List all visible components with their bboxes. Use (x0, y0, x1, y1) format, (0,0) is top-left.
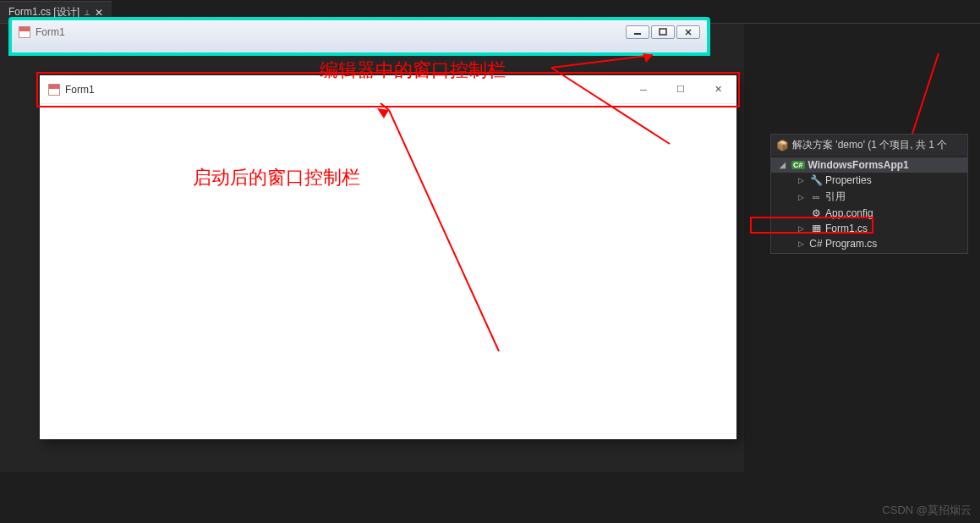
svg-rect-0 (634, 33, 641, 35)
designer-form-titlebar: Form1 (8, 17, 710, 56)
solution-explorer-header[interactable]: 📦 解决方案 'demo' (1 个项目, 共 1 个 (771, 135, 967, 156)
solution-tree: ◢ C# WindowsFormsApp1 ▷ 🔧 Properties ▷ ▫… (771, 156, 967, 253)
close-button[interactable] (676, 25, 700, 39)
annotation-box-form1cs (750, 217, 873, 234)
minimize-button[interactable] (626, 25, 649, 39)
item-label: 引用 (825, 190, 846, 204)
item-label: Properties (825, 174, 872, 186)
tree-item-properties[interactable]: ▷ 🔧 Properties (771, 173, 967, 188)
wrench-icon: 🔧 (810, 174, 822, 186)
solution-icon: 📦 (776, 140, 789, 151)
pin-icon[interactable]: ⟂ (85, 8, 90, 17)
tree-item-references[interactable]: ▷ ▫▫ 引用 (771, 188, 967, 206)
annotation-editor-controls: 编辑器中的窗口控制栏 (320, 58, 506, 83)
watermark-text: CSDN @莫招烟云 (882, 503, 972, 518)
designer-window-controls (626, 25, 700, 39)
maximize-button[interactable] (651, 25, 675, 39)
project-label: WindowsFormsApp1 (808, 159, 909, 171)
running-form-window: Form1 ─ ☐ ✕ (40, 75, 736, 439)
expander-icon[interactable]: ▷ (798, 239, 807, 248)
tree-project-node[interactable]: ◢ C# WindowsFormsApp1 (771, 157, 967, 173)
tree-item-programcs[interactable]: ▷ C# Program.cs (771, 236, 967, 251)
solution-title: 解决方案 'demo' (1 个项目, 共 1 个 (792, 138, 947, 152)
cs-file-icon: C# (810, 238, 822, 250)
item-label: Program.cs (825, 238, 877, 250)
expander-icon[interactable]: ◢ (780, 161, 788, 169)
expander-icon[interactable]: ▷ (798, 193, 807, 201)
svg-rect-1 (660, 29, 666, 35)
designer-form-title: Form1 (36, 26, 65, 38)
expander-icon[interactable]: ▷ (798, 176, 807, 184)
references-icon: ▫▫ (810, 191, 822, 203)
designer-form-title-group: Form1 (19, 26, 65, 38)
app-icon (19, 26, 30, 38)
solution-explorer-panel: 📦 解决方案 'demo' (1 个项目, 共 1 个 ◢ C# Windows… (770, 134, 968, 254)
csharp-icon: C# (791, 161, 805, 169)
annotation-run-controls: 启动后的窗口控制栏 (193, 165, 360, 190)
